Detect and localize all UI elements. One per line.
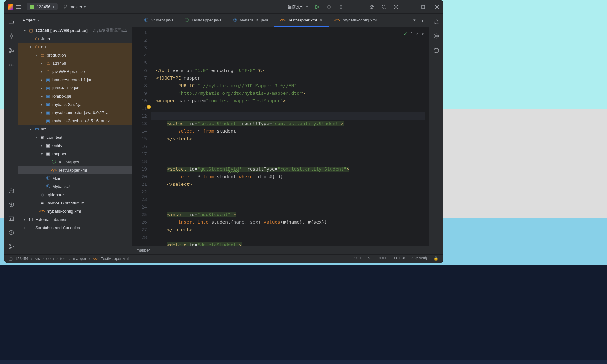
- tab-student-java[interactable]: ⒸStudent.java: [138, 14, 179, 27]
- tree-file-iml[interactable]: ▣javaWEB practice.iml: [18, 199, 132, 207]
- tab-testmapper-xml[interactable]: </>TestMapper.xml✕: [274, 14, 329, 27]
- editor-crumb-bar[interactable]: mapper: [132, 246, 429, 254]
- problems-tool-button[interactable]: [8, 229, 15, 236]
- svg-point-24: [434, 34, 439, 38]
- tree-root[interactable]: ▾▢123456 [javaWEB practice] D:\java项目源码\…: [18, 26, 132, 34]
- vcs-branch-selector[interactable]: master ▾: [61, 3, 88, 10]
- svg-point-7: [371, 5, 373, 7]
- tab-mybatis-config-xml[interactable]: </>mybatis-config.xml: [329, 14, 382, 27]
- structure-tool-button[interactable]: [8, 47, 15, 54]
- svg-point-17: [12, 65, 13, 66]
- ai-tool-button[interactable]: [433, 33, 440, 39]
- notifications-tool-button[interactable]: [433, 18, 440, 25]
- tab-more-button[interactable]: ⋮: [421, 18, 425, 22]
- commit-tool-button[interactable]: [8, 33, 15, 39]
- version-control-tool-button[interactable]: [8, 243, 15, 250]
- project-panel-title: Project: [23, 18, 35, 22]
- file-encoding[interactable]: UTF-8: [394, 256, 405, 261]
- tree-file-tar[interactable]: ▣mybatis-3-mybatis-3.5.16.tar.gz: [18, 117, 132, 125]
- services-tool-button[interactable]: [8, 201, 15, 208]
- tree-file-testmapper-interface[interactable]: ⒾTestMapper: [18, 158, 132, 166]
- more-actions-button[interactable]: [338, 4, 344, 10]
- tab-list-button[interactable]: ▾: [413, 18, 416, 22]
- svg-point-6: [341, 8, 341, 9]
- svg-point-4: [341, 5, 341, 6]
- main-menu-button[interactable]: [16, 5, 21, 9]
- close-window-button[interactable]: [434, 4, 440, 10]
- settings-button[interactable]: [393, 4, 399, 10]
- tab-mybatisutil-java[interactable]: ⒸMybatisUtil.java: [227, 14, 274, 27]
- svg-point-5: [341, 7, 341, 7]
- run-config-selector[interactable]: 当前文件 ▾: [288, 4, 308, 10]
- indent-setting[interactable]: 4 个空格: [412, 256, 427, 261]
- run-button[interactable]: [314, 4, 320, 10]
- project-tree[interactable]: ▾▢123456 [javaWEB practice] D:\java项目源码\…: [18, 26, 132, 254]
- tree-jar-lombok[interactable]: ▸▣lombok.jar: [18, 92, 132, 100]
- readonly-indicator[interactable]: ⦰: [368, 256, 371, 261]
- inspection-widget[interactable]: 1 ∧ ∨: [403, 30, 424, 38]
- tree-jar-junit[interactable]: ▸▣junit-4.13.2.jar: [18, 84, 132, 92]
- terminal-tool-button[interactable]: [8, 215, 15, 222]
- svg-point-9: [395, 6, 397, 8]
- navigation-breadcrumb[interactable]: ▢ 123456 › src › com › test › mapper › <…: [9, 256, 129, 261]
- title-bar: 123456 ▾ master ▾ 当前文件 ▾: [4, 0, 443, 14]
- tree-jar-mysql[interactable]: ▸▣mysql-connector-java-8.0.27.jar: [18, 108, 132, 117]
- right-tool-strip: [429, 14, 443, 254]
- left-tool-strip: [4, 14, 18, 254]
- project-tool-button[interactable]: [8, 18, 15, 25]
- tree-folder-out[interactable]: ▾🗀out: [18, 43, 132, 51]
- tree-jar-mybatis[interactable]: ▸▣mybatis-3.5.7.jar: [18, 100, 132, 108]
- svg-point-15: [9, 65, 10, 66]
- chevron-down-icon: ▾: [306, 5, 308, 9]
- database-tool-button[interactable]: [8, 187, 15, 194]
- svg-point-18: [9, 189, 14, 190]
- tree-file-gitignore[interactable]: ⊘.gitignore: [18, 191, 132, 199]
- tree-folder-javaweb[interactable]: ▸🗀javaWEB practice: [18, 67, 132, 76]
- next-highlight-button[interactable]: ∨: [422, 30, 424, 38]
- search-everywhere-button[interactable]: [381, 4, 387, 10]
- maximize-window-button[interactable]: [420, 4, 426, 10]
- chevron-down-icon: ▾: [84, 5, 86, 9]
- svg-point-11: [10, 35, 12, 37]
- svg-rect-12: [9, 48, 11, 50]
- tree-file-mybatis-config[interactable]: </>mybatis-config.xml: [18, 207, 132, 215]
- close-icon[interactable]: ✕: [319, 18, 323, 22]
- project-panel-header[interactable]: Project ▾: [18, 14, 132, 26]
- svg-point-16: [11, 65, 12, 66]
- minimize-window-button[interactable]: [406, 4, 412, 10]
- tree-folder-123456[interactable]: ▸🗀123456: [18, 59, 132, 67]
- code-with-me-button[interactable]: [369, 4, 375, 10]
- tree-pkg-comtest[interactable]: ▾▣com.test: [18, 133, 132, 141]
- editor-tabs: ⒸStudent.java ⒾTestMapper.java ⒸMybatisU…: [132, 14, 429, 27]
- code-editor[interactable]: 1234567891011121314151617181920212223242…: [132, 27, 429, 246]
- debug-button[interactable]: [326, 4, 332, 10]
- chevron-down-icon: ▾: [53, 5, 54, 9]
- intention-bulb-icon[interactable]: [147, 105, 151, 109]
- tree-file-testmapper-xml[interactable]: </>TestMapper.xml: [18, 166, 132, 174]
- tree-pkg-entity[interactable]: ▸▣entity: [18, 141, 132, 149]
- more-tools-button[interactable]: [8, 62, 15, 69]
- tree-jar-hamcrest[interactable]: ▸▣hamcrest-core-1.1.jar: [18, 76, 132, 84]
- caret-position[interactable]: 12:1: [354, 256, 361, 261]
- lock-icon[interactable]: 🔒: [434, 256, 439, 261]
- tree-folder-production[interactable]: ▾🗀production: [18, 51, 132, 59]
- database-right-tool-button[interactable]: [433, 47, 440, 54]
- tab-testmapper-java[interactable]: ⒾTestMapper.java: [179, 14, 227, 27]
- branch-icon: [63, 5, 68, 9]
- svg-rect-19: [9, 217, 14, 220]
- branch-name: master: [70, 4, 82, 9]
- tree-scratches[interactable]: ▸≣Scratches and Consoles: [18, 223, 132, 232]
- tree-file-main[interactable]: ⒸMain: [18, 174, 132, 182]
- line-separator[interactable]: CRLF: [377, 256, 388, 261]
- tree-pkg-mapper[interactable]: ▾▣mapper: [18, 149, 132, 158]
- line-gutter: 1234567891011121314151617181920212223242…: [132, 27, 151, 246]
- project-selector[interactable]: 123456 ▾: [27, 3, 58, 10]
- tree-file-mybatisutil[interactable]: ⒸMybatisUtil: [18, 182, 132, 191]
- svg-rect-13: [9, 51, 11, 53]
- prev-highlight-button[interactable]: ∧: [416, 30, 419, 38]
- run-config-label: 当前文件: [288, 4, 304, 10]
- tree-external-libraries[interactable]: ▸⫿⫿External Libraries: [18, 215, 132, 223]
- tree-folder-src[interactable]: ▾🗀src: [18, 125, 132, 133]
- tree-folder-idea[interactable]: ▸🗀.idea: [18, 34, 132, 43]
- project-color-swatch: [30, 5, 34, 9]
